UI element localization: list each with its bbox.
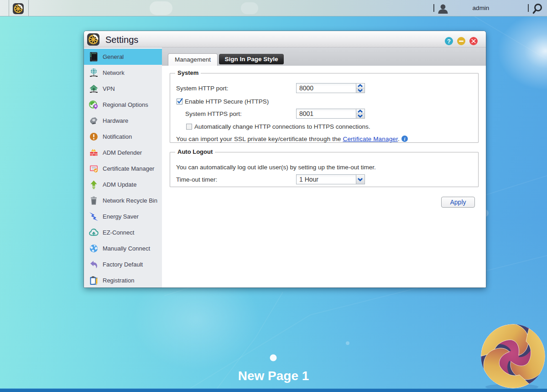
svg-text:i: i [404, 136, 405, 141]
svg-text:?: ? [447, 38, 451, 45]
